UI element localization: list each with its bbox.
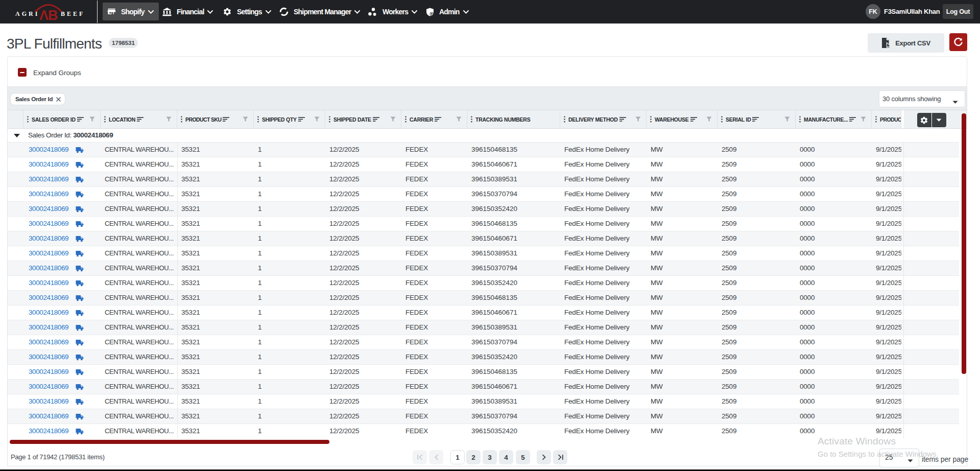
svg-text:ΛB: ΛB xyxy=(39,8,58,22)
